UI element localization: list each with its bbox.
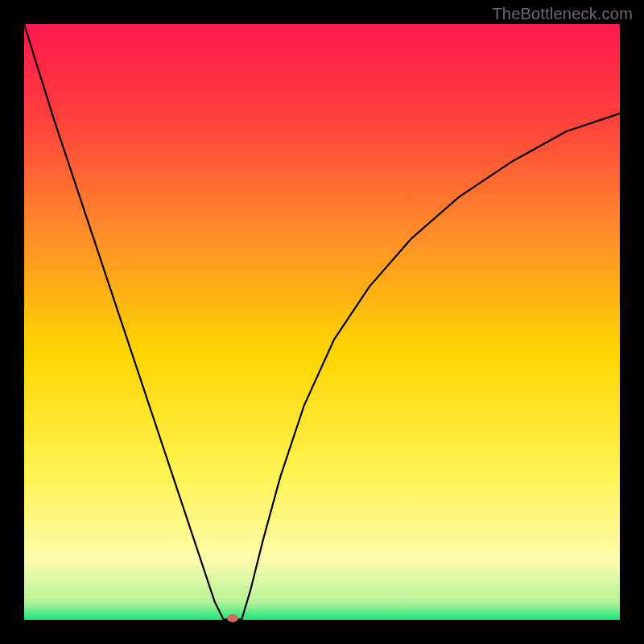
watermark-text: TheBottleneck.com: [492, 5, 633, 23]
curve-path: [24, 24, 620, 620]
bottleneck-curve: [24, 24, 620, 620]
minimum-marker: [227, 614, 238, 622]
chart-frame: TheBottleneck.com: [0, 0, 644, 644]
